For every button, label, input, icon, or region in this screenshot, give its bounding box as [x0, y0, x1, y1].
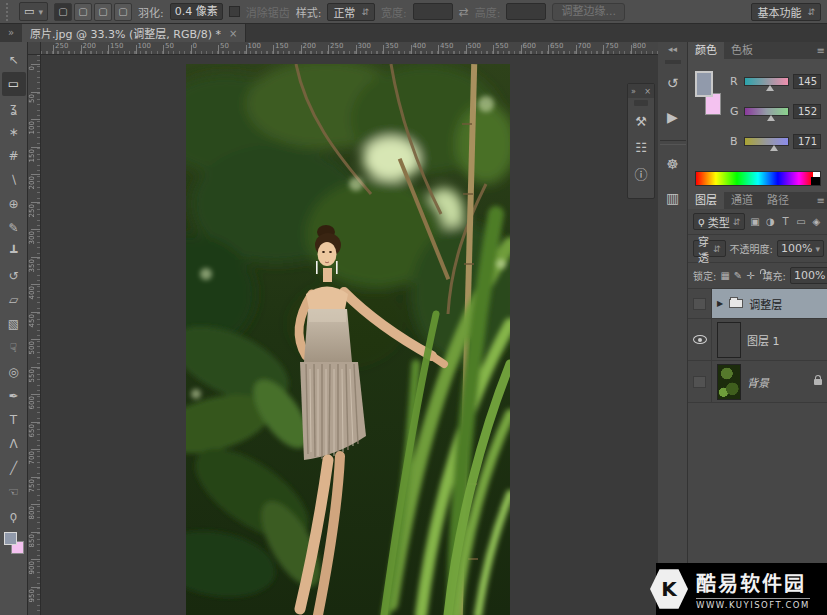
- tab-swatches[interactable]: 色板: [724, 42, 760, 59]
- info-panel-icon[interactable]: ⓘ: [628, 160, 654, 186]
- history-brush-tool[interactable]: ↺: [2, 264, 26, 288]
- foreground-color-swatch[interactable]: [4, 532, 17, 545]
- panel-menu-icon[interactable]: ≡: [817, 45, 825, 56]
- red-value-input[interactable]: 145: [793, 74, 821, 89]
- pen-tool[interactable]: ✒: [2, 384, 26, 408]
- rectangular-marquee-tool[interactable]: ▭: [2, 72, 26, 96]
- add-to-selection-button[interactable]: ▢: [74, 3, 92, 21]
- document-tab[interactable]: 原片.jpg @ 33.3% (调整层, RGB/8) * ×: [22, 24, 246, 42]
- green-value-input[interactable]: 152: [793, 104, 821, 119]
- layer-thumbnail[interactable]: [717, 322, 741, 358]
- blend-mode-dropdown[interactable]: 穿透 ⇵: [693, 240, 726, 257]
- layer-name[interactable]: 图层 1: [747, 332, 780, 348]
- canvas-photo[interactable]: [186, 64, 510, 615]
- layer-filter-kind-dropdown[interactable]: ϙ 类型 ⇵: [693, 213, 745, 230]
- line-tool[interactable]: ╱: [2, 456, 26, 480]
- clone-stamp-tool[interactable]: ┻: [2, 240, 26, 264]
- canvas-pasteboard[interactable]: » × ⚒ ☷ ⓘ: [41, 55, 658, 615]
- opacity-input[interactable]: 100% ▾: [777, 240, 824, 257]
- tool-presets-icon[interactable]: ⚒: [628, 108, 654, 134]
- eye-icon[interactable]: [693, 335, 707, 344]
- visibility-toggle[interactable]: [688, 319, 712, 360]
- actions-panel-icon[interactable]: ▶: [660, 104, 686, 130]
- panel-grip[interactable]: [634, 100, 648, 106]
- close-icon[interactable]: ×: [229, 28, 237, 39]
- tab-channels[interactable]: 通道: [724, 192, 760, 209]
- layer-row-layer1[interactable]: 图层 1: [688, 319, 827, 361]
- blue-slider[interactable]: [744, 137, 789, 146]
- panel-menu-icon[interactable]: ≡: [817, 195, 825, 206]
- tab-color[interactable]: 颜色: [688, 42, 724, 59]
- color-panel-tabs: 颜色 色板 ≡: [688, 42, 827, 59]
- filter-shape-layers-icon[interactable]: ▭: [795, 216, 806, 227]
- lock-transparency-icon[interactable]: ▦: [720, 270, 729, 281]
- swap-dimensions-icon[interactable]: ⇄: [459, 5, 469, 19]
- horizontal-ruler[interactable]: 2502001501005005010015020025030035040045…: [41, 42, 658, 55]
- filter-pixel-layers-icon[interactable]: ▣: [749, 216, 760, 227]
- workspace-switcher[interactable]: 基本功能 ⇵: [751, 3, 821, 21]
- style-dropdown[interactable]: 正常 ⇵: [327, 3, 375, 21]
- eraser-tool[interactable]: ▱: [2, 288, 26, 312]
- magic-wand-tool[interactable]: ∗: [2, 120, 26, 144]
- crop-tool[interactable]: #: [2, 144, 26, 168]
- hand-tool[interactable]: ☜: [2, 480, 26, 504]
- refine-edge-button[interactable]: 调整边缘...: [552, 3, 625, 21]
- eyedropper-tool[interactable]: ∖: [2, 168, 26, 192]
- history-panel-icon[interactable]: ↺: [660, 70, 686, 96]
- foreground-color-swatch[interactable]: [695, 71, 713, 97]
- filter-smart-objects-icon[interactable]: ◈: [811, 216, 822, 227]
- fill-input[interactable]: 100% ▾: [790, 267, 827, 284]
- collapse-docs-icon[interactable]: »: [0, 24, 22, 42]
- vertical-ruler[interactable]: 0501001502002503003504004505005506006507…: [28, 55, 41, 615]
- move-tool[interactable]: ↖: [2, 48, 26, 72]
- new-selection-button[interactable]: ▢: [54, 3, 72, 21]
- path-selection-tool[interactable]: Λ: [2, 432, 26, 456]
- green-slider-handle[interactable]: [767, 115, 775, 121]
- measurement-icon[interactable]: ☷: [628, 134, 654, 160]
- antialias-checkbox[interactable]: [229, 6, 240, 17]
- subtract-from-selection-button[interactable]: ▢: [94, 3, 112, 21]
- group-expander-icon[interactable]: ▶: [717, 299, 723, 308]
- dodge-tool[interactable]: ◎: [2, 360, 26, 384]
- blue-value-input[interactable]: 171: [793, 134, 821, 149]
- red-slider[interactable]: [744, 77, 789, 86]
- ruler-label: 50: [28, 94, 36, 103]
- red-slider-handle[interactable]: [766, 85, 774, 91]
- filter-adjustment-layers-icon[interactable]: ◑: [765, 216, 776, 227]
- layer-thumbnail[interactable]: [717, 364, 741, 400]
- gradient-tool[interactable]: ▧: [2, 312, 26, 336]
- healing-brush-tool[interactable]: ⊕: [2, 192, 26, 216]
- styles-panel-icon[interactable]: ▥: [660, 185, 686, 211]
- layer-row-adjustment-group[interactable]: ▶ 调整层: [688, 289, 827, 319]
- lock-pixels-icon[interactable]: ✎: [734, 270, 742, 281]
- folder-icon: [729, 299, 743, 308]
- layer-row-background[interactable]: 背景: [688, 361, 827, 403]
- filter-type-layers-icon[interactable]: T: [780, 216, 791, 227]
- ruler-tick: [31, 504, 40, 505]
- green-slider[interactable]: [744, 107, 789, 116]
- color-spectrum-ramp[interactable]: [695, 171, 821, 186]
- tab-layers[interactable]: 图层: [688, 192, 724, 209]
- brush-tool[interactable]: ✎: [2, 216, 26, 240]
- tool-preset-picker[interactable]: ▭ ▾: [19, 2, 48, 21]
- width-input[interactable]: [413, 3, 453, 20]
- smudge-tool[interactable]: ☟: [2, 336, 26, 360]
- height-input[interactable]: [506, 3, 546, 20]
- zoom-tool[interactable]: ϙ: [2, 504, 26, 528]
- intersect-selection-button[interactable]: ▢: [114, 3, 132, 21]
- type-tool[interactable]: T: [2, 408, 26, 432]
- layer-name[interactable]: 调整层: [749, 296, 782, 312]
- layer-name[interactable]: 背景: [747, 374, 769, 390]
- adjustments-panel-icon[interactable]: ☸: [660, 151, 686, 177]
- tab-paths[interactable]: 路径: [760, 192, 796, 209]
- expand-panels-icon[interactable]: ◂◂: [668, 42, 677, 56]
- lasso-tool[interactable]: ʓ: [2, 96, 26, 120]
- lock-position-icon[interactable]: ✛: [746, 270, 754, 281]
- panel-close-icon[interactable]: ×: [644, 87, 651, 96]
- blue-slider-handle[interactable]: [770, 145, 778, 151]
- panel-collapse-icon[interactable]: »: [631, 87, 636, 96]
- visibility-toggle[interactable]: [688, 289, 712, 318]
- visibility-toggle[interactable]: [688, 361, 712, 402]
- strip-grip[interactable]: [665, 60, 681, 64]
- feather-input[interactable]: 0.4 像素: [170, 3, 223, 20]
